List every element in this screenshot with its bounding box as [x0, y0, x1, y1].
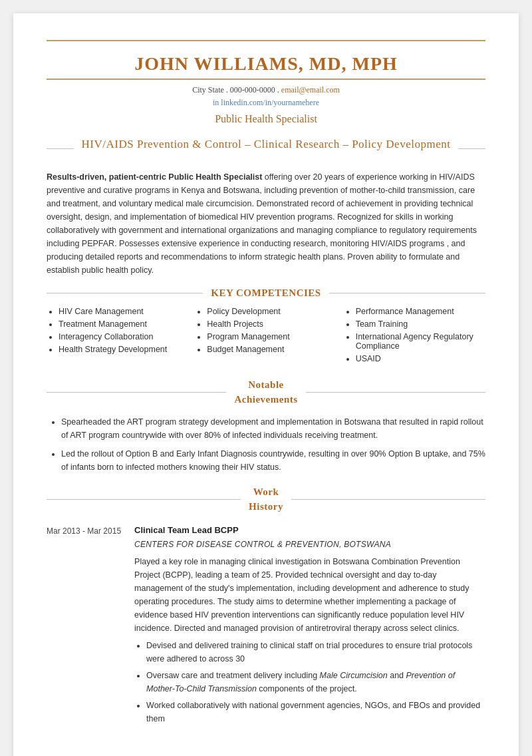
work-history-header: WorkHistory: [47, 484, 485, 514]
competency-item: Health Strategy Development: [59, 345, 188, 354]
work-description: Played a key role in managing clinical i…: [134, 555, 485, 635]
work-right-line: [291, 499, 485, 500]
competency-item: Interagency Collaboration: [59, 332, 188, 341]
resume-container: JOHN WILLIAMS, MD, MPH City State . 000-…: [13, 13, 519, 756]
linkedin-url[interactable]: linkedin.com/in/yournamehere: [221, 98, 319, 107]
summary-rest: offering over 20 years of experience wor…: [47, 172, 477, 275]
achievements-label: NotableAchievements: [234, 377, 297, 407]
competencies-col1: HIV Care Management Treatment Management…: [47, 307, 188, 367]
competencies-grid: HIV Care Management Treatment Management…: [47, 307, 485, 367]
achievement-item: Led the rollout of Option B and Early In…: [61, 447, 485, 474]
top-divider: [47, 40, 485, 41]
contact-line: City State . 000-000-0000 . email@email.…: [47, 85, 485, 95]
competency-item: Performance Management: [356, 307, 485, 316]
competencies-right-line: [329, 293, 485, 293]
achievements-header: NotableAchievements: [47, 377, 485, 407]
achievements-left-line: [47, 392, 226, 393]
work-history-label: WorkHistory: [249, 484, 283, 514]
competency-item: Team Training: [356, 319, 485, 329]
competency-item: Budget Management: [207, 345, 336, 354]
work-left-line: [47, 499, 241, 500]
work-label-line1: Work: [253, 486, 279, 497]
summary-bold: Results-driven, patient-centric Public H…: [47, 172, 262, 182]
competency-item: Program Management: [207, 332, 336, 341]
subtitle-label: HIV/AIDS Prevention & Control – Clinical…: [82, 136, 451, 153]
work-label-line2: History: [249, 501, 283, 512]
achievements-section: Spearheaded the ART program strategy dev…: [47, 415, 485, 474]
competency-item: Treatment Management: [59, 319, 188, 329]
work-job-title: Clinical Team Lead BCPP: [134, 524, 485, 538]
email-link[interactable]: email@email.com: [281, 85, 340, 94]
work-details: Clinical Team Lead BCPP CENTERS FOR DISE…: [134, 524, 485, 729]
competencies-col2: Policy Development Health Projects Progr…: [195, 307, 336, 367]
achievement-item: Spearheaded the ART program strategy dev…: [61, 415, 485, 442]
competency-item: International Agency Regulatory Complian…: [356, 332, 485, 351]
summary-text: Results-driven, patient-centric Public H…: [47, 170, 485, 277]
work-dates: Mar 2013 - Mar 2015: [47, 524, 121, 729]
work-history-section: Mar 2013 - Mar 2015 Clinical Team Lead B…: [47, 524, 485, 729]
work-bullets: Devised and delivered training to clinic…: [134, 639, 485, 725]
competency-item: Health Projects: [207, 319, 336, 329]
candidate-name: JOHN WILLIAMS, MD, MPH: [47, 53, 485, 75]
achievements-list: Spearheaded the ART program strategy dev…: [47, 415, 485, 474]
work-bullet: Worked collaboratively with national gov…: [146, 699, 485, 725]
work-entry: Mar 2013 - Mar 2015 Clinical Team Lead B…: [47, 524, 485, 729]
linkedin-prefix: in: [213, 98, 219, 107]
contact-text: City State . 000-000-0000 .: [192, 85, 281, 94]
work-organization: CENTERS FOR DISEASE CONTROL & PREVENTION…: [134, 538, 485, 551]
work-bullet: Devised and delivered training to clinic…: [146, 639, 485, 665]
competencies-label: KEY COMPETENCIES: [211, 287, 321, 299]
competencies-header: KEY COMPETENCIES: [47, 287, 485, 299]
work-bullet: Oversaw care and treatment delivery incl…: [146, 669, 485, 695]
name-divider: [47, 79, 485, 80]
competency-item: HIV Care Management: [59, 307, 188, 316]
achievements-right-line: [306, 392, 485, 393]
subtitle-left-line: [47, 148, 74, 149]
competencies-left-line: [47, 293, 203, 293]
competency-item: USAID: [356, 354, 485, 363]
subtitle-text: HIV/AIDS Prevention & Control – Clinical…: [82, 138, 451, 150]
competencies-col3: Performance Management Team Training Int…: [344, 307, 485, 367]
linkedin-line: in linkedin.com/in/yournamehere: [47, 98, 485, 108]
competency-item: Policy Development: [207, 307, 336, 316]
subtitle-section-header: HIV/AIDS Prevention & Control – Clinical…: [47, 136, 485, 162]
professional-title: Public Health Specialist: [47, 113, 485, 125]
subtitle-right-line: [458, 148, 485, 149]
